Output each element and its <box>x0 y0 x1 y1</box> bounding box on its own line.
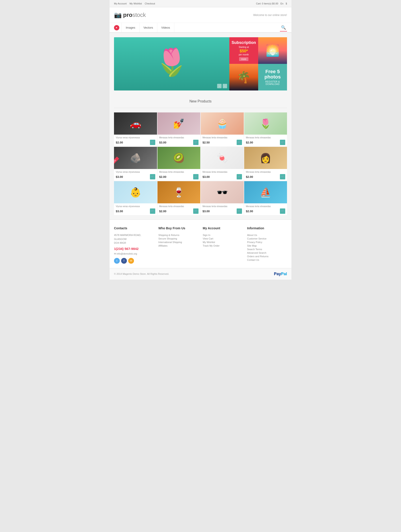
my-account-link[interactable]: My Account <box>114 2 127 5</box>
product-info-8: Viyrsa veras etyseveasa $3.00 🛒 <box>114 203 157 215</box>
footer-link-shipping[interactable]: Shipping & Returns <box>158 233 198 237</box>
product-name-4: Viyrsa veras etyseveasa <box>116 171 155 173</box>
product-card-1: 💅 Merasas lerta vtreasedas $3.00 🛒 <box>158 112 201 146</box>
search-button[interactable]: 🔍 <box>280 24 287 32</box>
add-to-cart-button-2[interactable]: 🛒 <box>237 140 242 145</box>
hero-main-banner: ‹ › <box>114 37 229 90</box>
product-card-0: 🚗 Viyrsa veras etyseveasa $2.00 🛒 <box>114 112 157 146</box>
footer-link-orders-returns[interactable]: Orders and Returns <box>247 255 287 258</box>
footer-link-sitemap[interactable]: Site Map <box>247 244 287 247</box>
free-photos-subtitle: REGISTER & DOWNLOAD <box>261 81 284 85</box>
product-card-11: ⛵ Merasas lerta vtreasedas $2.00 🛒 <box>244 181 287 215</box>
top-bar-right: Cart: 0 item(s) $0.00 En $ <box>256 2 287 5</box>
nav-item-videos[interactable]: Videos <box>157 23 174 32</box>
product-info-9: Merasas lerta vtreasedas $2.00 🛒 <box>158 203 201 215</box>
palm-banner <box>229 64 258 90</box>
footer: Contacts 4578 MARMORA ROAD, GLASGOWDO4 8… <box>109 220 292 268</box>
product-info-6: Merasas lerta vtreasedas $3.00 🛒 <box>201 169 244 181</box>
add-to-cart-button-8[interactable]: 🛒 <box>150 209 155 214</box>
footer-link-advanced-search[interactable]: Advanced Search <box>247 251 287 255</box>
email-social-button[interactable]: ✉ <box>128 258 134 264</box>
product-price-row-10: $3.00 🛒 <box>203 209 242 214</box>
footer-link-affiliates[interactable]: Affiliates <box>158 244 198 247</box>
welcome-message: Welcome to our online store! <box>253 13 287 17</box>
footer-link-signin[interactable]: Sign In <box>203 233 243 237</box>
add-to-cart-button-5[interactable]: 🛒 <box>193 174 198 179</box>
footer-link-secure[interactable]: Secure Shopping <box>158 237 198 241</box>
product-info-4: Viyrsa veras etyseveasa $3.00 🛒 <box>114 169 157 181</box>
site-header: 📷 prostock Welcome to our online store! <box>109 7 292 23</box>
footer-link-about[interactable]: About Us <box>247 233 287 237</box>
footer-link-privacy[interactable]: Privacy Policy <box>247 241 287 244</box>
footer-information: Information About Us Customer Service Pr… <box>247 226 287 264</box>
currency-selector[interactable]: $ <box>286 2 287 5</box>
product-price-row-6: $3.00 🛒 <box>203 174 242 179</box>
logo-text: prostock <box>123 12 146 19</box>
product-price-5: $2.00 <box>159 175 166 178</box>
logo-stock: stock <box>132 12 146 18</box>
footer-link-view-cart[interactable]: View Cart <box>203 237 243 241</box>
product-image-0: 🚗 <box>114 112 157 135</box>
add-to-cart-button-11[interactable]: 🛒 <box>280 209 285 214</box>
product-name-2: Merasas lerta vtreasedas <box>203 136 242 139</box>
hero-next-button[interactable]: › <box>223 84 227 88</box>
logo[interactable]: 📷 prostock <box>114 11 146 19</box>
footer-who-buy-title: Who Buy From Us <box>158 226 198 230</box>
product-price-row-0: $2.00 🛒 <box>116 140 155 145</box>
add-to-cart-button-6[interactable]: 🛒 <box>237 174 242 179</box>
nav-item-images[interactable]: Images <box>121 23 140 32</box>
add-to-cart-button-3[interactable]: 🛒 <box>280 140 285 145</box>
product-card-7: 👩 Merasas lerta vtreasedas $2.00 🛒 <box>244 147 287 181</box>
product-price-11: $2.00 <box>246 209 253 213</box>
footer-link-contact[interactable]: Contact Us <box>247 258 287 262</box>
nav-item-vectors[interactable]: Vectors <box>140 23 157 32</box>
add-to-cart-button-0[interactable]: 🛒 <box>150 140 155 145</box>
nav-search: 🔍 <box>280 24 287 32</box>
twitter-button[interactable]: t <box>114 258 120 264</box>
product-image-2: 🧁 <box>201 112 244 135</box>
footer-link-track-order[interactable]: Track My Order <box>203 244 243 247</box>
product-info-0: Viyrsa veras etyseveasa $2.00 🛒 <box>114 135 157 146</box>
footer-link-search-terms[interactable]: Search Terms <box>247 247 287 251</box>
footer-link-wishlist[interactable]: My Wishlist <box>203 241 243 244</box>
product-card-8: 👶 Viyrsa veras etyseveasa $3.00 🛒 <box>114 181 157 215</box>
product-card-3: 🌷 Merasas lerta vtreasedas $2.00 🛒 <box>244 112 287 146</box>
checkout-link[interactable]: Checkout <box>145 2 155 5</box>
product-info-1: Merasas lerta vtreasedas $3.00 🛒 <box>158 135 201 146</box>
product-price-6: $3.00 <box>203 175 210 178</box>
add-to-cart-button-7[interactable]: 🛒 <box>280 174 285 179</box>
add-to-cart-button-10[interactable]: 🛒 <box>237 209 242 214</box>
footer-link-customer-service[interactable]: Customer Service <box>247 237 287 241</box>
product-price-row-1: $3.00 🛒 <box>159 140 199 145</box>
facebook-button[interactable]: f <box>121 258 127 264</box>
product-price-8: $3.00 <box>116 209 123 213</box>
add-to-cart-button-1[interactable]: 🛒 <box>193 140 198 145</box>
cart-info[interactable]: Cart: 0 item(s) $0.00 <box>256 2 278 5</box>
footer-phone[interactable]: 1(234) 567-9842 <box>114 247 154 251</box>
product-name-10: Merasas lerta vtreasedas <box>203 205 242 208</box>
my-wishlist-link[interactable]: My Wishlist <box>129 2 142 5</box>
add-to-cart-button-9[interactable]: 🛒 <box>193 209 198 214</box>
product-price-2: $2.50 <box>203 141 210 144</box>
free-photos-card[interactable]: Free 5 photos REGISTER & DOWNLOAD <box>258 64 287 90</box>
product-name-8: Viyrsa veras etyseveasa <box>116 205 155 208</box>
product-info-2: Merasas lerta vtreasedas $2.50 🛒 <box>201 135 244 146</box>
new-products-title: New Products <box>114 95 287 108</box>
footer-link-international[interactable]: International Shipping <box>158 241 198 244</box>
product-image-7: 👩 <box>244 147 287 169</box>
subscription-more-button[interactable]: more <box>239 57 249 61</box>
product-info-11: Merasas lerta vtreasedas $2.00 🛒 <box>244 203 287 215</box>
hero-prev-button[interactable]: ‹ <box>217 84 222 88</box>
hero-side-banners: Subscription Starting at $50* per month … <box>229 37 287 90</box>
footer-information-title: Information <box>247 226 287 230</box>
language-selector[interactable]: En <box>280 2 283 5</box>
product-info-3: Merasas lerta vtreasedas $2.00 🛒 <box>244 135 287 146</box>
product-image-5: 🥝 <box>158 147 201 169</box>
product-price-1: $3.00 <box>159 141 166 144</box>
product-price-4: $3.00 <box>116 175 123 178</box>
hero-image <box>114 37 229 90</box>
product-image-3: 🌷 <box>244 112 287 135</box>
hero-section: ‹ › Subscription Starting at $50* per mo… <box>114 37 287 90</box>
footer-email: ✉ info@demolink.org <box>114 252 154 255</box>
add-to-cart-button-4[interactable]: 🛒 <box>150 174 155 179</box>
